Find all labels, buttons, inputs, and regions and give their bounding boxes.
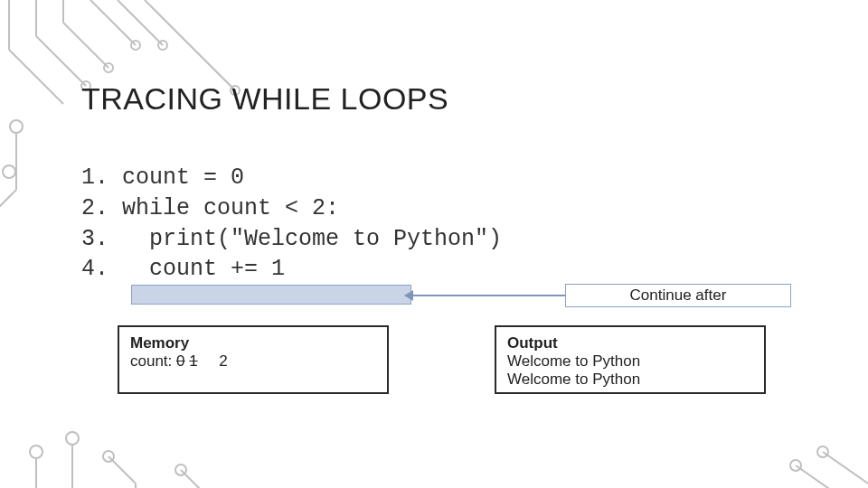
output-title: Output: [507, 334, 753, 352]
memory-title: Memory: [130, 334, 376, 352]
memory-count-line: count: 0 1 2: [130, 352, 376, 371]
svg-point-14: [10, 120, 23, 133]
svg-line-29: [823, 452, 868, 483]
memory-prev-value: 1: [189, 352, 197, 370]
line-number: 4.: [81, 256, 108, 282]
circuit-decoration-bottom: [0, 416, 868, 488]
code-line-4: 4. count += 1: [81, 254, 502, 285]
code-text: count += 1: [108, 256, 285, 282]
code-block: 1. count = 0 2. while count < 2: 3. prin…: [81, 163, 502, 285]
svg-line-27: [796, 465, 841, 488]
code-line-1: 1. count = 0: [81, 163, 502, 193]
code-text: print("Welcome to Python"): [108, 226, 502, 252]
code-text: while count < 2:: [108, 195, 339, 221]
code-line-2: 2. while count < 2:: [81, 193, 502, 224]
svg-line-3: [36, 36, 86, 86]
memory-current-value: 2: [219, 352, 227, 370]
arrow-icon: [411, 295, 565, 296]
code-line-3: 3. print("Welcome to Python"): [81, 224, 502, 255]
output-line: Welcome to Python: [507, 371, 753, 389]
svg-line-5: [63, 23, 108, 68]
svg-line-6: [90, 0, 136, 45]
svg-point-18: [30, 446, 42, 458]
code-text: count = 0: [108, 164, 244, 191]
line-number: 2.: [81, 195, 108, 221]
svg-line-1: [9, 50, 63, 104]
svg-point-20: [66, 432, 79, 445]
memory-var-label: count:: [130, 352, 172, 370]
continue-after-label: Continue after: [565, 284, 791, 307]
page-title: TRACING WHILE LOOPS: [81, 81, 448, 117]
svg-line-7: [118, 0, 163, 45]
circuit-decoration-left: [0, 108, 36, 380]
memory-prev-value: 0: [176, 352, 184, 370]
memory-box: Memory count: 0 1 2: [118, 325, 389, 394]
output-box: Output Welcome to Python Welcome to Pyth…: [495, 325, 766, 394]
svg-point-17: [3, 165, 15, 178]
line-number: 3.: [81, 226, 108, 252]
svg-line-16: [0, 190, 16, 215]
output-line: Welcome to Python: [507, 352, 753, 371]
line-number: 1.: [81, 164, 108, 191]
trace-highlight: [131, 285, 411, 305]
